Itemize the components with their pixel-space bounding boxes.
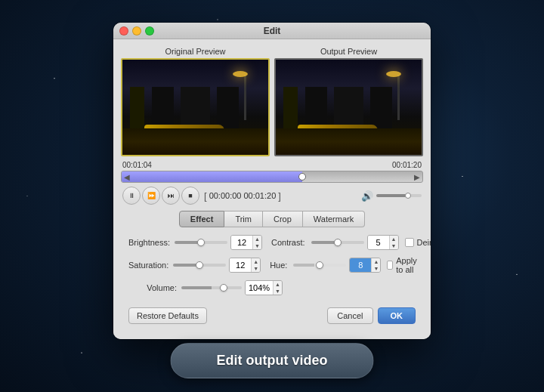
ok-button[interactable]: OK — [378, 307, 416, 324]
step-forward-button[interactable]: ⏩ — [142, 187, 160, 205]
brightness-row: Brightness: ▲ ▼ Contrast: — [128, 235, 416, 250]
timeline-arrow-right-icon[interactable]: ▶ — [412, 173, 422, 181]
contrast-label: Contrast: — [271, 238, 305, 247]
apply-all-checkbox-label: Apply to all — [387, 256, 420, 274]
tab-trim[interactable]: Trim — [224, 211, 263, 227]
controls-grid: Brightness: ▲ ▼ Contrast: — [121, 235, 423, 295]
cancel-button[interactable]: Cancel — [327, 307, 372, 324]
contrast-slider[interactable] — [311, 241, 364, 244]
brightness-label: Brightness: — [128, 238, 175, 247]
window-content: Original Preview Output Preview — [113, 39, 431, 339]
tab-effect[interactable]: Effect — [179, 211, 225, 227]
timeline-track[interactable]: ◀ ▶ — [121, 171, 423, 183]
brightness-slider-control: ▲ ▼ — [175, 235, 262, 250]
timeline-start-time: 00:01:04 — [122, 161, 152, 169]
pause-button[interactable]: ⏸ — [122, 187, 141, 205]
contrast-up[interactable]: ▲ — [390, 236, 398, 242]
hue-input[interactable]: ▲ ▼ — [349, 258, 381, 273]
saturation-down[interactable]: ▼ — [252, 265, 260, 272]
volume-up[interactable]: ▲ — [274, 281, 282, 288]
end-time-display: 00:01:20 — [243, 191, 276, 200]
apply-all-label: Apply to all — [396, 256, 420, 274]
bottom-pill-text: Edit output video — [217, 353, 328, 368]
window-controls — [119, 26, 154, 35]
volume-row: Volume: ▲ ▼ — [128, 280, 416, 295]
start-bracket: [ — [204, 190, 207, 202]
hue-up[interactable]: ▲ — [372, 258, 380, 265]
saturation-arrows: ▲ ▼ — [251, 258, 260, 272]
brightness-field[interactable] — [231, 236, 252, 249]
output-preview-label: Output Preview — [274, 47, 423, 56]
transport-controls: ⏸ ⏩ ⏭ ■ [ 00:00:00 00:01:20 ] 🔊 — [121, 187, 423, 205]
volume-slider[interactable] — [376, 194, 422, 197]
brightness-thumb[interactable] — [197, 239, 205, 246]
hue-thumb[interactable] — [316, 261, 323, 269]
bottom-pill: Edit output video — [171, 343, 374, 378]
saturation-slider[interactable] — [173, 264, 226, 267]
contrast-input[interactable]: ▲ ▼ — [367, 235, 399, 250]
contrast-slider-control: ▲ ▼ — [311, 235, 399, 250]
brightness-input[interactable]: ▲ ▼ — [230, 235, 262, 250]
hue-label: Hue: — [270, 261, 287, 270]
headlight-right — [174, 128, 196, 144]
edit-window: Edit Original Preview Output Preview — [113, 23, 431, 339]
volume-field[interactable] — [246, 281, 273, 295]
timeline-end-time: 00:01:20 — [392, 161, 422, 169]
tab-crop[interactable]: Crop — [263, 211, 303, 227]
saturation-up[interactable]: ▲ — [252, 258, 260, 265]
timeline-fill — [122, 171, 302, 182]
bottom-bar: Restore Defaults Cancel OK — [121, 301, 423, 332]
hue-group: Hue: ▲ ▼ — [270, 256, 420, 274]
original-preview-section: Original Preview — [121, 47, 270, 156]
step-back-button[interactable]: ⏭ — [162, 187, 180, 205]
contrast-arrows: ▲ ▼ — [389, 236, 398, 249]
saturation-input[interactable]: ▲ ▼ — [229, 258, 261, 273]
volume-main-thumb[interactable] — [220, 284, 227, 292]
original-preview-video — [121, 58, 270, 156]
headlight-right-right — [327, 128, 350, 144]
volume-icon: 🔊 — [361, 190, 373, 202]
contrast-down[interactable]: ▼ — [390, 242, 398, 249]
brightness-down[interactable]: ▼ — [253, 242, 261, 249]
deinterlacing-label: Deinterlacing — [417, 238, 431, 247]
brightness-slider[interactable] — [175, 241, 227, 244]
saturation-row: Saturation: ▲ ▼ Hue: — [128, 256, 416, 274]
original-preview-label: Original Preview — [121, 47, 270, 56]
headlight-left — [159, 128, 181, 144]
saturation-thumb[interactable] — [196, 261, 203, 269]
deinterlacing-checkbox[interactable] — [405, 238, 414, 247]
timeline-area: 00:01:04 00:01:20 ◀ ▶ — [121, 161, 423, 183]
hue-field[interactable] — [350, 258, 371, 272]
timeline-times: 00:01:04 00:01:20 — [121, 161, 423, 169]
timeline-arrow-left-icon[interactable]: ◀ — [122, 173, 132, 181]
preview-area: Original Preview Output Preview — [121, 47, 423, 156]
saturation-slider-control: ▲ ▼ — [173, 258, 261, 273]
saturation-field[interactable] — [230, 258, 251, 272]
volume-input[interactable]: ▲ ▼ — [245, 280, 283, 295]
output-preview-section: Output Preview — [274, 47, 423, 156]
volume-slider-control: ▲ ▼ — [181, 280, 283, 295]
contrast-field[interactable] — [368, 236, 389, 249]
maximize-button[interactable] — [145, 26, 154, 35]
minimize-button[interactable] — [132, 26, 141, 35]
volume-main-slider[interactable] — [181, 286, 242, 289]
apply-all-checkbox[interactable] — [387, 261, 393, 270]
volume-arrows: ▲ ▼ — [273, 281, 282, 295]
contrast-thumb[interactable] — [334, 239, 342, 246]
stop-button[interactable]: ■ — [181, 187, 199, 205]
close-button[interactable] — [119, 26, 128, 35]
volume-down[interactable]: ▼ — [274, 288, 282, 295]
end-bracket: ] — [278, 190, 281, 202]
time-display: [ 00:00:00 00:01:20 ] — [204, 190, 281, 202]
hue-slider[interactable] — [293, 264, 346, 267]
timeline-thumb[interactable] — [298, 173, 306, 181]
brightness-up[interactable]: ▲ — [253, 236, 261, 242]
tab-watermark[interactable]: Watermark — [303, 211, 365, 227]
output-preview-video — [274, 58, 423, 156]
volume-label: Volume: — [128, 283, 181, 292]
volume-thumb[interactable] — [405, 193, 411, 199]
deinterlacing-checkbox-label: Deinterlacing — [405, 238, 431, 247]
hue-down[interactable]: ▼ — [372, 265, 380, 272]
titlebar: Edit — [113, 23, 431, 39]
restore-defaults-button[interactable]: Restore Defaults — [128, 307, 207, 324]
